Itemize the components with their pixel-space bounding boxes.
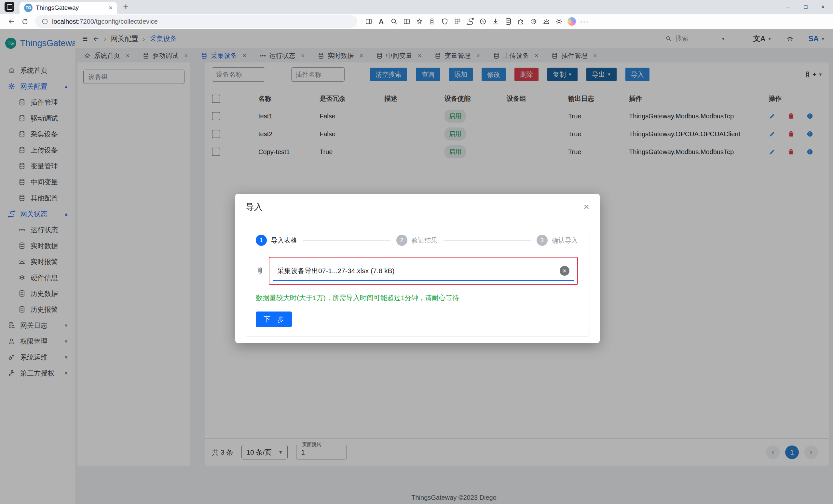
browser-settings-icon[interactable]: ···: [578, 15, 590, 28]
extension-icon-3[interactable]: [527, 15, 540, 28]
file-upload-field[interactable]: 采集设备导出07-1...27-34.xlsx (7.8 kB) ✕: [269, 257, 578, 285]
step-import-table: 1 导入表格: [256, 235, 297, 246]
import-step-card: 1 导入表格 2 验证结果 3 确认导入: [245, 228, 590, 336]
extensions-icon[interactable]: [515, 15, 527, 28]
split-screen-icon[interactable]: [401, 15, 412, 28]
extension-icon-2[interactable]: [502, 15, 514, 28]
step-validate-result: 2 验证结果: [396, 235, 438, 246]
address-bar[interactable]: localhost:7200/tgconfig/collectdevice: [35, 15, 357, 28]
copilot-icon[interactable]: [566, 15, 577, 28]
import-dialog: 导入 × 1 导入表格 2 验证结果 3: [235, 194, 600, 343]
extension-icon-4[interactable]: [553, 15, 565, 28]
tab-close-icon[interactable]: ×: [109, 4, 113, 12]
next-step-button[interactable]: 下一步: [256, 311, 292, 327]
step-connector: [303, 240, 390, 241]
window-maximize-icon[interactable]: □: [804, 4, 808, 10]
selected-file-name: 采集设备导出07-1...27-34.xlsx (7.8 kB): [277, 266, 560, 275]
browser-essentials-icon[interactable]: [540, 15, 552, 28]
browser-tab-strip: TG ThingsGateway × + ─ □ ×: [0, 0, 833, 14]
dialog-title: 导入: [246, 201, 263, 213]
window-minimize-icon[interactable]: ─: [786, 4, 790, 10]
new-tab-button[interactable]: +: [123, 2, 129, 12]
history-icon[interactable]: [477, 15, 489, 28]
extension-icon-1[interactable]: [464, 15, 476, 28]
zoom-icon[interactable]: [388, 15, 400, 28]
sidebar-panel-icon[interactable]: [362, 15, 375, 28]
browser-refresh-icon[interactable]: [18, 15, 32, 28]
favorites-icon[interactable]: [413, 15, 425, 28]
step-number: 3: [537, 235, 548, 246]
clear-file-icon[interactable]: ✕: [560, 266, 569, 276]
import-hint-text: 数据量较大时(大于1万)，所需导入时间可能超过1分钟，请耐心等待: [256, 293, 578, 302]
password-manager-icon[interactable]: [438, 15, 451, 28]
favicon: TG: [24, 4, 32, 12]
step-connector: [444, 240, 531, 241]
browser-back-icon[interactable]: [4, 15, 18, 28]
step-confirm-import: 3 确认导入: [537, 235, 578, 246]
input-focus-underline: [273, 280, 574, 281]
browser-tab-title: ThingsGateway: [36, 4, 105, 11]
step-number: 1: [256, 235, 267, 246]
browser-chrome: TG ThingsGateway × + ─ □ × localhost:720…: [0, 0, 833, 29]
read-aloud-icon[interactable]: A: [375, 15, 387, 28]
url-host: localhost: [52, 18, 78, 25]
collections-icon[interactable]: [426, 15, 438, 28]
dialog-close-icon[interactable]: ×: [584, 202, 589, 212]
url-path: :7200/tgconfig/collectdevice: [78, 18, 158, 25]
browser-toolbar: localhost:7200/tgconfig/collectdevice A …: [0, 14, 833, 29]
app-page: TG ThingsGateway 系统首页 网关配置▲ 插件管理 驱动调试 采集…: [0, 29, 833, 504]
step-number: 2: [396, 235, 407, 246]
downloads-icon[interactable]: [490, 15, 501, 28]
browser-tab[interactable]: TG ThingsGateway ×: [20, 2, 117, 14]
site-info-icon[interactable]: [42, 18, 48, 25]
tab-actions-menu-icon[interactable]: [4, 2, 14, 12]
apps-icon[interactable]: [451, 15, 463, 28]
import-stepper: 1 导入表格 2 验证结果 3 确认导入: [256, 235, 578, 246]
paperclip-icon[interactable]: [256, 267, 264, 275]
window-close-icon[interactable]: ×: [821, 4, 825, 10]
